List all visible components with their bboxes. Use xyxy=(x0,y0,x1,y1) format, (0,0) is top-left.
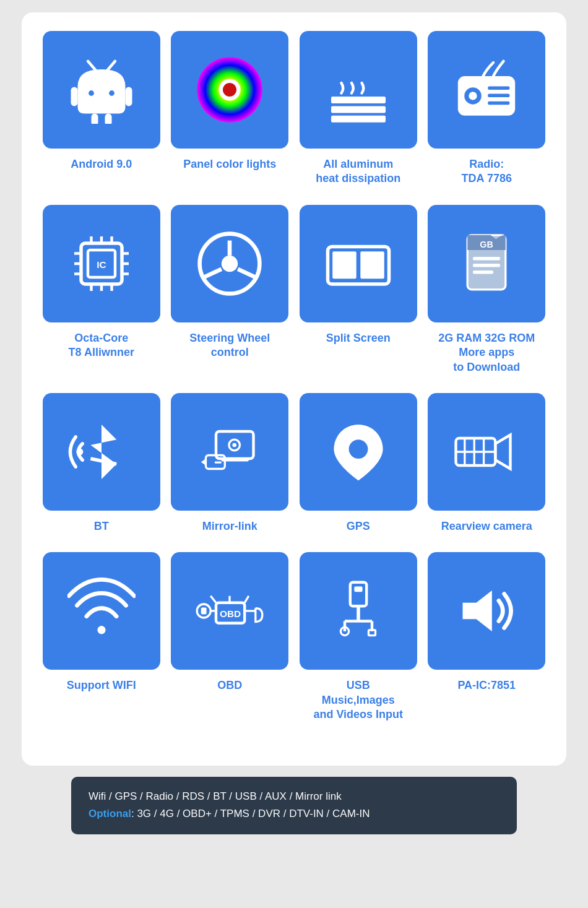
svg-rect-57 xyxy=(215,461,222,463)
icon-box-obd: OBD xyxy=(171,552,288,670)
svg-text:GB: GB xyxy=(480,239,493,249)
feature-item-panel-color: Panel color lights xyxy=(169,31,292,186)
footer-line1: Wifi / GPS / Radio / RDS / BT / USB / AU… xyxy=(89,788,499,806)
feature-label-radio: Radio: TDA 7786 xyxy=(462,157,512,186)
icon-box-wifi xyxy=(43,552,160,670)
svg-rect-4 xyxy=(91,114,98,124)
feature-label-gps: GPS xyxy=(347,519,370,534)
svg-marker-56 xyxy=(201,459,206,465)
svg-point-12 xyxy=(223,83,236,97)
svg-rect-82 xyxy=(368,630,375,636)
svg-rect-5 xyxy=(105,114,111,124)
feature-item-heat: All aluminum heat dissipation xyxy=(297,31,420,186)
icon-box-steering xyxy=(171,205,288,322)
icon-box-mirror xyxy=(171,393,288,511)
icon-box-gps xyxy=(300,393,417,511)
icon-box-split xyxy=(300,205,417,322)
feature-label-android: Android 9.0 xyxy=(71,157,132,171)
svg-point-65 xyxy=(97,626,105,634)
svg-rect-43 xyxy=(332,251,357,279)
feature-item-mirror: Mirror-link xyxy=(169,393,292,534)
feature-item-bt: BT xyxy=(40,393,163,534)
feature-label-wifi: Support WIFI xyxy=(67,678,136,693)
svg-rect-76 xyxy=(354,587,362,592)
features-grid: Android 9.0 Panel color lights All alumi… xyxy=(40,31,548,741)
feature-label-octa-core: Octa-Core T8 Alliwnner xyxy=(69,331,134,360)
footer-line2: Optional: 3G / 4G / OBD+ / TPMS / DVR / … xyxy=(89,805,499,823)
svg-rect-21 xyxy=(488,102,509,105)
svg-line-41 xyxy=(238,269,256,277)
svg-rect-15 xyxy=(331,116,386,123)
feature-label-ram: 2G RAM 32G ROM More apps to Download xyxy=(438,331,535,374)
feature-item-steering: Steering Wheel control xyxy=(169,205,292,374)
svg-line-74 xyxy=(244,596,249,603)
svg-rect-19 xyxy=(488,87,509,90)
svg-rect-2 xyxy=(71,87,77,106)
main-card: Android 9.0 Panel color lights All alumi… xyxy=(22,12,566,766)
icon-box-radio xyxy=(428,31,545,149)
svg-point-58 xyxy=(348,439,368,459)
icon-box-bt xyxy=(43,393,160,511)
feature-item-radio: Radio: TDA 7786 xyxy=(426,31,548,186)
optional-label: Optional xyxy=(89,808,131,819)
svg-text:OBD: OBD xyxy=(220,608,241,619)
svg-line-6 xyxy=(88,61,96,71)
icon-box-pa xyxy=(428,552,545,670)
icon-box-panel-color xyxy=(171,31,288,149)
svg-rect-44 xyxy=(360,251,384,279)
svg-rect-69 xyxy=(201,608,207,615)
feature-label-mirror: Mirror-link xyxy=(202,519,257,534)
feature-item-usb: USB Music,Images and Videos Input xyxy=(297,552,420,722)
svg-rect-13 xyxy=(331,97,386,103)
svg-rect-14 xyxy=(331,106,386,113)
svg-point-38 xyxy=(222,256,238,272)
svg-line-72 xyxy=(210,596,216,603)
svg-rect-3 xyxy=(125,87,132,106)
svg-marker-60 xyxy=(496,435,511,469)
icon-box-android xyxy=(43,31,160,149)
feature-label-panel-color: Panel color lights xyxy=(183,157,276,171)
feature-label-bt: BT xyxy=(94,519,109,534)
feature-label-steering: Steering Wheel control xyxy=(189,331,270,360)
svg-point-8 xyxy=(89,90,94,96)
icon-box-usb xyxy=(300,552,417,670)
icon-box-ram: GB xyxy=(428,205,545,322)
feature-label-split: Split Screen xyxy=(326,331,391,345)
icon-box-heat xyxy=(300,31,417,149)
feature-label-usb: USB Music,Images and Videos Input xyxy=(313,678,403,722)
svg-line-40 xyxy=(204,269,222,277)
feature-item-wifi: Support WIFI xyxy=(40,552,163,722)
svg-text:IC: IC xyxy=(97,259,106,269)
svg-point-53 xyxy=(233,443,237,448)
svg-rect-47 xyxy=(473,257,500,261)
feature-item-ram: GB 2G RAM 32G ROM More apps to Download xyxy=(426,205,548,374)
feature-item-rearview: Rearview camera xyxy=(426,393,548,534)
svg-point-9 xyxy=(109,90,115,96)
svg-rect-48 xyxy=(473,264,500,267)
svg-rect-49 xyxy=(473,270,493,274)
feature-item-android: Android 9.0 xyxy=(40,31,163,186)
feature-label-obd: OBD xyxy=(217,678,242,693)
feature-item-obd: OBD OBD xyxy=(169,552,292,722)
feature-item-split: Split Screen xyxy=(297,205,420,374)
feature-label-heat: All aluminum heat dissipation xyxy=(316,157,400,186)
svg-line-7 xyxy=(107,61,115,71)
feature-label-rearview: Rearview camera xyxy=(441,519,532,534)
icon-box-rearview xyxy=(428,393,545,511)
feature-item-octa-core: IC Octa-Core T8 Alliwnner xyxy=(40,205,163,374)
feature-label-pa: PA-IC:7851 xyxy=(457,678,516,693)
svg-rect-20 xyxy=(488,94,509,98)
icon-box-octa-core: IC xyxy=(43,205,160,322)
svg-rect-75 xyxy=(350,582,366,607)
feature-item-pa: PA-IC:7851 xyxy=(426,552,548,722)
svg-point-18 xyxy=(469,92,477,100)
footer-line2-text: : 3G / 4G / OBD+ / TPMS / DVR / DTV-IN /… xyxy=(131,808,370,819)
footer-bar: Wifi / GPS / Radio / RDS / BT / USB / AU… xyxy=(71,777,517,835)
feature-item-gps: GPS xyxy=(297,393,420,534)
